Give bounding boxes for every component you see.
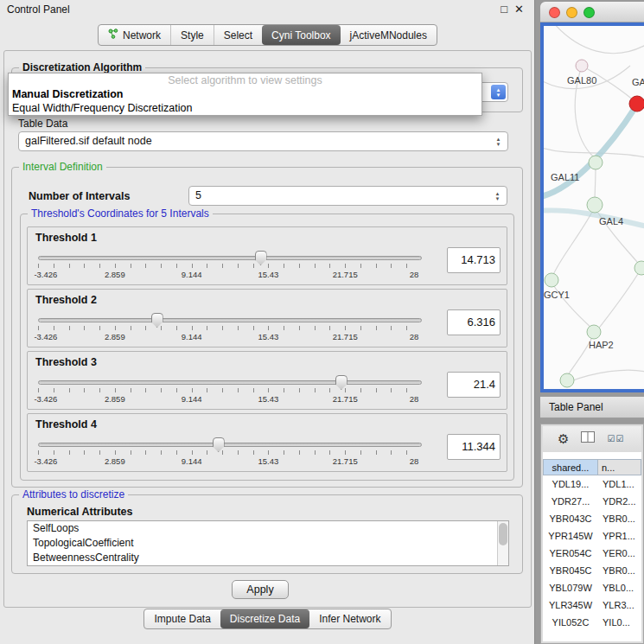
zoom-traffic-light[interactable] (583, 7, 595, 18)
close-traffic-light[interactable] (549, 7, 560, 18)
slider-track[interactable] (38, 380, 422, 385)
tab-style[interactable]: Style (170, 25, 214, 45)
table-data-combobox[interactable]: galFiltered.sif default node ▲ ▼ (18, 131, 508, 151)
dropdown-option-equal-width[interactable]: Equal Width/Frequency Discretization (9, 101, 481, 115)
network-canvas[interactable]: GAL80 GA GAL11 GAL4 GCY1 HAP2 (544, 26, 644, 389)
slider-scale: -3.426 2.859 9.144 15.43 21.715 28 (38, 394, 422, 405)
table-toolbar: ⚙ ☑☑ (543, 426, 641, 450)
threshold-2-value-field[interactable]: 6.316 (447, 309, 501, 335)
tab-impute-data[interactable]: Impute Data (144, 609, 220, 628)
network-node[interactable] (576, 60, 588, 72)
attributes-list[interactable]: SelfLoops TopologicalCoefficient Between… (27, 520, 509, 566)
slider-track[interactable] (38, 318, 422, 322)
network-node[interactable] (587, 197, 603, 213)
threshold-2-panel: Threshold 2 -3.426 2.859 9.144 15.43 21.… (27, 289, 507, 348)
table-data-label: Table Data (18, 118, 67, 130)
threshold-4-slider[interactable]: -3.426 2.859 9.144 15.43 21.715 28 (38, 437, 422, 469)
tab-label: Select (224, 29, 252, 41)
table-row[interactable]: YIL052C YIL0... (543, 614, 641, 631)
combo-stepper-icon[interactable]: ▲ ▼ (491, 134, 506, 149)
tab-infer-network[interactable]: Infer Network (309, 609, 390, 628)
cell[interactable]: YBL0... (598, 579, 641, 596)
close-window-icon[interactable]: ✕ (514, 0, 524, 19)
slider-track[interactable] (38, 443, 422, 447)
table-panel-header: Table Panel (540, 396, 644, 418)
cell[interactable]: YBR0... (598, 562, 641, 579)
minimize-traffic-light[interactable] (566, 7, 577, 18)
network-icon (108, 29, 118, 41)
threshold-3-value-field[interactable]: 21.4 (447, 372, 501, 398)
column-header-name[interactable]: n... (598, 459, 641, 475)
checkbox-pair-icon[interactable]: ☑☑ (607, 434, 624, 443)
table-row[interactable]: YER054C YER0... (543, 545, 641, 562)
column-header-shared[interactable]: shared... (543, 459, 598, 475)
table-row[interactable]: YPR145W YPR1... (543, 527, 641, 545)
table-row[interactable]: YDR27... YDR2... (543, 493, 641, 510)
cell[interactable]: YBR045C (543, 562, 598, 579)
cell[interactable]: YPR145W (543, 527, 598, 545)
control-panel-window: Control Panel □ ✕ (0, 0, 535, 644)
cell[interactable]: YPR1... (598, 527, 641, 545)
list-scrollbar[interactable] (497, 521, 508, 565)
cell[interactable]: YIL052C (543, 614, 598, 631)
combo-stepper-icon[interactable]: ▲ ▼ (491, 85, 506, 99)
cell[interactable]: YBR0... (598, 510, 641, 527)
tab-discretize-data[interactable]: Discretize Data (220, 609, 309, 628)
list-item[interactable]: BetweennessCentrality (28, 551, 508, 565)
list-item[interactable]: SelfLoops (28, 521, 508, 536)
float-window-icon[interactable]: □ (501, 0, 507, 19)
network-node[interactable] (589, 156, 603, 169)
cell[interactable]: YBL079W (543, 579, 598, 596)
apply-button[interactable]: Apply (232, 580, 289, 599)
cell[interactable]: YER0... (598, 545, 641, 562)
network-node[interactable] (545, 273, 558, 287)
threshold-1-slider[interactable]: -3.426 2.859 9.144 15.43 21.715 28 (38, 250, 422, 283)
table-row[interactable]: YBR045C YBR0... (543, 562, 641, 579)
cell[interactable]: YIL0... (598, 614, 641, 631)
combo-stepper-icon[interactable]: ▲ ▼ (490, 188, 505, 203)
bottom-tabbar: Impute Data Discretize Data Infer Networ… (0, 609, 535, 629)
cell[interactable]: YLR3... (598, 596, 641, 614)
table-row[interactable]: YBL079W YBL0... (543, 579, 641, 596)
gear-icon[interactable]: ⚙ (558, 432, 569, 445)
network-node[interactable] (587, 325, 601, 339)
scale-tick-label: 2.859 (105, 270, 125, 279)
slider-ticks (38, 388, 422, 392)
dropdown-option-manual-discretization[interactable]: Manual Discretization (9, 87, 481, 101)
table-row[interactable]: YBR043C YBR0... (543, 510, 641, 527)
numerical-attributes-label: Numerical Attributes (27, 506, 132, 518)
slider-scale: -3.426 2.859 9.144 15.43 21.715 28 (38, 456, 422, 467)
cell[interactable]: YDR2... (598, 493, 641, 510)
threshold-4-value-field[interactable]: 11.344 (447, 434, 501, 460)
threshold-3-slider[interactable]: -3.426 2.859 9.144 15.43 21.715 28 (38, 374, 422, 407)
cell[interactable]: YBR043C (543, 510, 598, 527)
tab-jactivemnodules[interactable]: jActiveMNodules (341, 25, 437, 45)
network-node[interactable] (560, 373, 574, 387)
tab-select[interactable]: Select (214, 25, 262, 45)
cell[interactable]: YDL19... (543, 475, 598, 493)
dropdown-placeholder-option[interactable]: Select algorithm to view settings (9, 73, 481, 87)
list-item[interactable]: TopologicalCoefficient (28, 536, 508, 551)
threshold-2-slider[interactable]: -3.426 2.859 9.144 15.43 21.715 28 (38, 312, 422, 345)
network-node[interactable] (634, 261, 644, 275)
cell[interactable]: YER054C (543, 545, 598, 562)
scale-tick-label: 9.144 (182, 456, 202, 466)
cell[interactable]: YDL1... (598, 475, 641, 493)
slider-track[interactable] (38, 256, 422, 260)
columns-icon[interactable] (581, 431, 595, 445)
cell[interactable]: YLR345W (543, 596, 598, 614)
scrollbar-thumb[interactable] (499, 523, 507, 545)
selected-red-node[interactable] (629, 96, 644, 112)
cell[interactable]: YDR27... (543, 493, 598, 510)
number-of-intervals-combobox[interactable]: 5 ▲ ▼ (188, 186, 507, 206)
threshold-1-value-field[interactable]: 14.713 (447, 247, 501, 273)
node-label-partial: GA (632, 77, 644, 87)
tab-network[interactable]: Network (99, 25, 170, 45)
tab-cyni-toolbox[interactable]: Cyni Toolbox (262, 25, 340, 45)
scale-tick-label: 28 (410, 270, 419, 279)
threshold-1-panel: Threshold 1 -3.426 2.859 9.144 15.43 21.… (27, 226, 507, 285)
table-row[interactable]: YLR345W YLR3... (543, 596, 641, 614)
tab-label: Infer Network (319, 613, 380, 625)
table-row[interactable]: YDL19... YDL1... (543, 475, 641, 493)
tab-label: jActiveMNodules (350, 29, 427, 41)
